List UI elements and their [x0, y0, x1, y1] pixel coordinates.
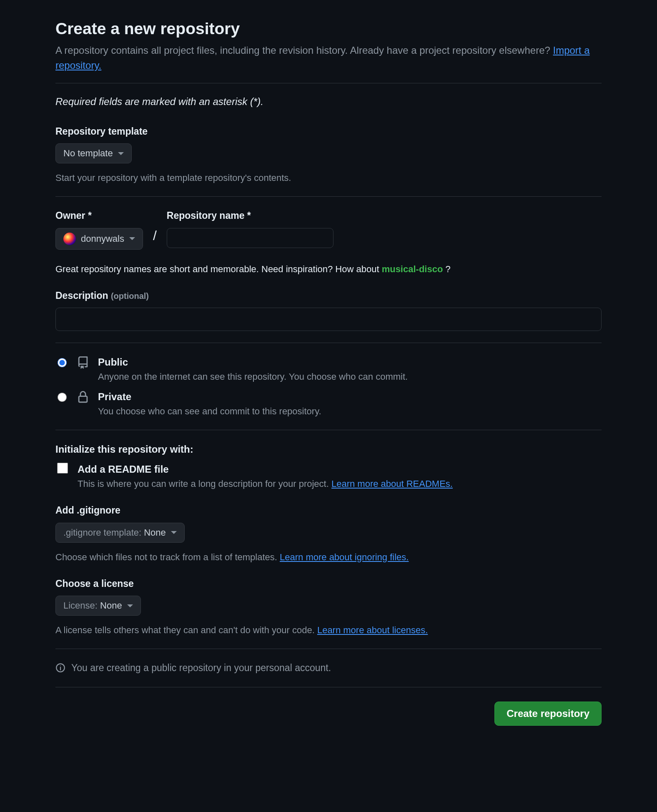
gitignore-selected-value: None: [144, 527, 166, 538]
repo-name-input[interactable]: [167, 228, 334, 248]
name-suggestion[interactable]: musical-disco: [382, 264, 443, 274]
initialize-heading: Initialize this repository with:: [55, 442, 602, 457]
name-hint-prefix: Great repository names are short and mem…: [55, 264, 382, 274]
owner-select[interactable]: donnywals: [55, 228, 143, 250]
caret-down-icon: [129, 237, 135, 240]
info-icon: [55, 663, 65, 673]
gitignore-label: Add .gitignore: [55, 503, 602, 518]
svg-point-2: [60, 665, 61, 666]
optional-tag: (optional): [111, 291, 149, 301]
name-hint-row: Great repository names are short and mem…: [55, 262, 602, 276]
visibility-public-radio[interactable]: [58, 358, 67, 367]
path-separator: /: [153, 226, 157, 250]
readme-learn-more-link[interactable]: Learn more about READMEs.: [331, 479, 453, 489]
gitignore-select[interactable]: .gitignore template: None: [55, 523, 185, 543]
page-title: Create a new repository: [55, 17, 602, 41]
license-selected-value: None: [100, 600, 122, 611]
template-label: Repository template: [55, 124, 602, 139]
subtitle-text: A repository contains all project files,…: [55, 45, 553, 56]
visibility-private-desc: You choose who can see and commit to thi…: [98, 404, 321, 418]
divider: [55, 649, 602, 649]
description-input[interactable]: [55, 308, 602, 331]
license-select[interactable]: License: None: [55, 596, 141, 616]
info-banner: You are creating a public repository in …: [55, 661, 602, 675]
readme-checkbox[interactable]: [57, 463, 68, 474]
visibility-private-radio[interactable]: [58, 393, 67, 402]
repo-icon: [76, 356, 90, 369]
description-label: Description (optional): [55, 288, 602, 303]
caret-down-icon: [118, 152, 124, 155]
gitignore-prefix: .gitignore template:: [63, 527, 144, 538]
create-repository-button[interactable]: Create repository: [494, 702, 602, 726]
caret-down-icon: [171, 531, 177, 534]
template-selected-value: No template: [63, 148, 113, 159]
owner-label: Owner *: [55, 208, 143, 223]
license-label: Choose a license: [55, 576, 602, 591]
license-learn-more-link[interactable]: Learn more about licenses.: [317, 625, 428, 635]
caret-down-icon: [127, 604, 133, 607]
owner-selected-value: donnywals: [81, 233, 124, 244]
required-fields-note: Required fields are marked with an aster…: [55, 94, 602, 109]
page-subtitle: A repository contains all project files,…: [55, 43, 602, 73]
license-prefix: License:: [63, 600, 100, 611]
divider: [55, 430, 602, 430]
visibility-public-title: Public: [98, 355, 408, 370]
divider: [55, 83, 602, 83]
license-hint: A license tells others what they can and…: [55, 623, 602, 637]
readme-desc: This is where you can write a long descr…: [78, 477, 453, 491]
repo-name-label: Repository name *: [167, 208, 334, 223]
divider: [55, 343, 602, 343]
info-text: You are creating a public repository in …: [71, 661, 331, 675]
visibility-private-title: Private: [98, 389, 321, 404]
template-select[interactable]: No template: [55, 143, 132, 163]
visibility-public-desc: Anyone on the internet can see this repo…: [98, 370, 408, 383]
template-hint: Start your repository with a template re…: [55, 171, 602, 185]
lock-icon: [76, 391, 90, 403]
readme-title: Add a README file: [78, 462, 453, 477]
name-hint-suffix: ?: [445, 264, 450, 274]
gitignore-hint: Choose which files not to track from a l…: [55, 550, 602, 564]
gitignore-learn-more-link[interactable]: Learn more about ignoring files.: [280, 552, 409, 562]
divider: [55, 196, 602, 197]
divider: [55, 687, 602, 687]
owner-avatar: [63, 233, 76, 245]
